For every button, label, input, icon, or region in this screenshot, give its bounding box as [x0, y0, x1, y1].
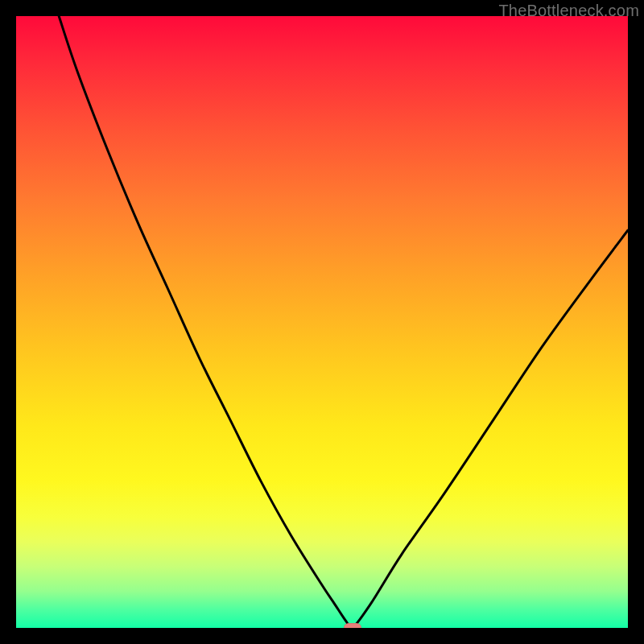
- watermark-text: TheBottleneck.com: [498, 2, 639, 20]
- optimal-marker: [344, 623, 361, 628]
- chart-frame: TheBottleneck.com: [0, 0, 644, 644]
- plot-area: [16, 16, 628, 628]
- gradient-background: [16, 16, 628, 628]
